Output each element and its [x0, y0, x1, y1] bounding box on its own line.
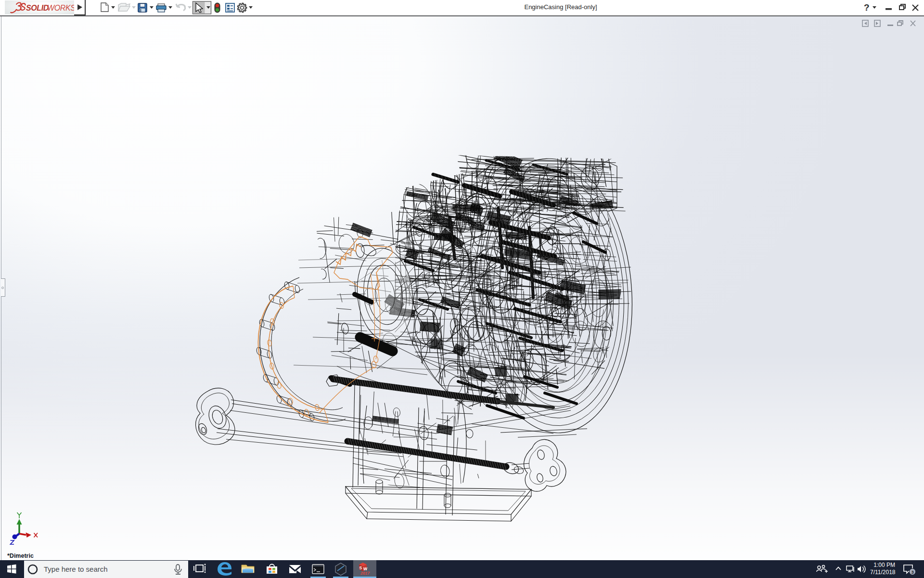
- svg-text:?: ?: [864, 2, 870, 13]
- svg-text:S: S: [359, 565, 362, 570]
- svg-text:3: 3: [911, 569, 914, 575]
- svg-text:2017: 2017: [360, 571, 370, 576]
